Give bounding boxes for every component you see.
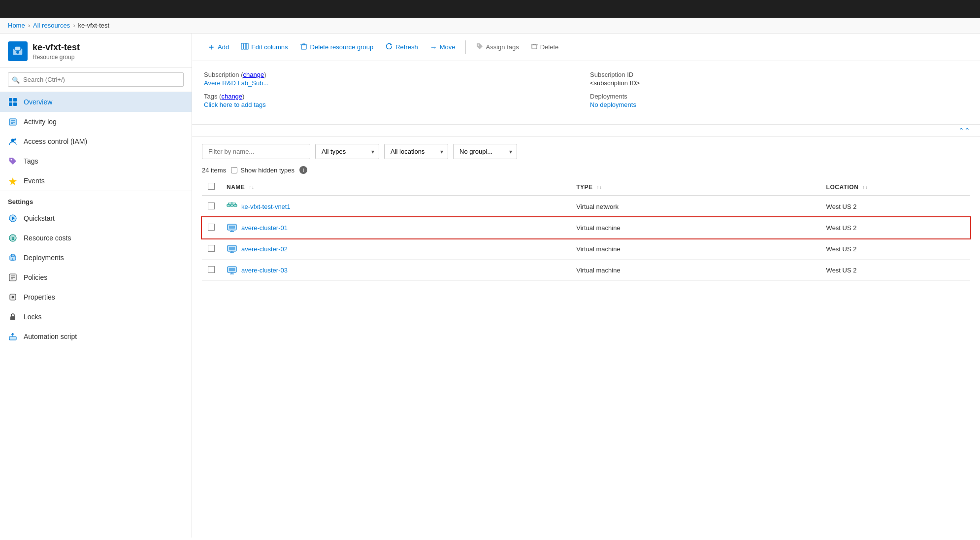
sidebar-item-deployments[interactable]: Deployments <box>0 248 192 268</box>
tags-add-link[interactable]: Click here to add tags <box>204 101 266 108</box>
delete-rg-icon <box>300 42 308 52</box>
subscription-id-row: Subscription ID <subscription ID> <box>590 71 968 87</box>
deployments-label: Deployments <box>590 93 968 100</box>
type-filter-wrap: All types <box>315 144 379 159</box>
hidden-types-info-badge[interactable]: i <box>299 166 307 174</box>
sidebar: ke-vfxt-test Resource group 🔍 Overview <box>0 34 192 538</box>
chevron-up-icon: ⌃⌃ <box>958 127 970 135</box>
search-input[interactable] <box>8 72 184 87</box>
sidebar-item-policies[interactable]: Policies <box>0 268 192 287</box>
resource-name-link[interactable]: avere-cluster-02 <box>227 243 564 254</box>
search-icon: 🔍 <box>12 76 20 83</box>
subscription-change-link[interactable]: change <box>243 71 264 78</box>
svg-rect-30 <box>9 337 16 340</box>
filter-name-input[interactable] <box>202 144 310 159</box>
collapse-panel-button[interactable]: ⌃⌃ <box>192 125 980 137</box>
svg-rect-29 <box>10 316 15 320</box>
row-checkbox-cell <box>202 260 221 281</box>
table-row: avere-cluster-01 Virtual machine West US… <box>202 217 970 238</box>
toolbar: ＋ Add Edit columns Delete resource group <box>192 34 980 61</box>
edit-columns-button[interactable]: Edit columns <box>236 39 293 55</box>
assign-tags-button[interactable]: Assign tags <box>471 39 524 55</box>
show-hidden-checkbox[interactable] <box>231 167 237 173</box>
location-filter-select[interactable]: All locations <box>384 144 448 159</box>
sidebar-item-access-control[interactable]: Access control (IAM) <box>0 132 192 151</box>
subscription-value-link[interactable]: Avere R&D Lab_Sub... <box>204 79 268 87</box>
row-name-cell: avere-cluster-01 <box>221 217 570 238</box>
row-checkbox[interactable] <box>208 266 215 273</box>
tags-change-link[interactable]: change <box>221 93 242 100</box>
overview-icon <box>8 97 18 107</box>
row-type-cell: Virtual machine <box>570 217 820 238</box>
edit-columns-label: Edit columns <box>251 43 288 51</box>
activity-log-icon <box>8 117 18 127</box>
svg-rect-52 <box>229 268 235 271</box>
resource-name-link[interactable]: avere-cluster-03 <box>227 265 564 275</box>
sidebar-item-events[interactable]: Events <box>0 171 192 191</box>
row-checkbox[interactable] <box>208 224 215 231</box>
sidebar-item-automation-script[interactable]: Automation script <box>0 327 192 346</box>
resource-name-text: avere-cluster-03 <box>241 267 288 274</box>
search-wrap: 🔍 <box>8 72 184 87</box>
sidebar-item-activity-log[interactable]: Activity log <box>0 112 192 132</box>
assign-tags-icon <box>476 42 484 52</box>
sidebar-item-quickstart[interactable]: Quickstart <box>0 208 192 228</box>
filter-bar: All types All locations No groupi... <box>192 137 980 163</box>
col-header-type: TYPE ↑↓ <box>570 179 820 196</box>
row-type-cell: Virtual machine <box>570 238 820 260</box>
resource-name-link[interactable]: ke-vfxt-test-vnet1 <box>227 201 564 212</box>
row-checkbox[interactable] <box>208 245 215 252</box>
sidebar-item-overview[interactable]: Overview <box>0 92 192 112</box>
sidebar-item-iam-label: Access control (IAM) <box>24 137 87 145</box>
breadcrumb-all-resources[interactable]: All resources <box>33 22 70 29</box>
resource-type-icon <box>227 222 237 233</box>
svg-point-12 <box>14 138 16 140</box>
properties-icon <box>8 292 18 302</box>
resource-name-text: avere-cluster-02 <box>241 245 288 253</box>
sidebar-item-overview-label: Overview <box>24 98 52 106</box>
svg-rect-37 <box>532 45 537 49</box>
svg-rect-34 <box>301 45 306 49</box>
svg-rect-5 <box>9 102 12 106</box>
sidebar-item-properties[interactable]: Properties <box>0 287 192 307</box>
sidebar-item-locks[interactable]: Locks <box>0 307 192 327</box>
table-header-row: NAME ↑↓ TYPE ↑↓ LOCATION ↑↓ <box>202 179 970 196</box>
breadcrumb: Home › All resources › ke-vfxt-test <box>0 18 980 34</box>
tags-icon <box>8 156 18 166</box>
grouping-filter-select[interactable]: No groupi... <box>453 144 517 159</box>
refresh-button[interactable]: Refresh <box>380 39 423 55</box>
move-button[interactable]: → Move <box>425 40 460 54</box>
main-layout: ke-vfxt-test Resource group 🔍 Overview <box>0 34 980 538</box>
sidebar-item-properties-label: Properties <box>24 293 55 301</box>
type-sort-icon[interactable]: ↑↓ <box>596 185 602 190</box>
svg-rect-1 <box>15 46 21 50</box>
delete-button[interactable]: Delete <box>526 40 564 54</box>
move-icon: → <box>430 43 437 51</box>
row-location-cell: West US 2 <box>820 217 970 238</box>
breadcrumb-current: ke-vfxt-test <box>78 22 110 29</box>
main-content: ＋ Add Edit columns Delete resource group <box>192 34 980 538</box>
select-all-checkbox[interactable] <box>208 183 215 190</box>
delete-rg-button[interactable]: Delete resource group <box>295 39 379 55</box>
sidebar-item-tags[interactable]: Tags <box>0 151 192 171</box>
resource-name-link[interactable]: avere-cluster-01 <box>227 222 564 233</box>
name-sort-icon[interactable]: ↑↓ <box>249 185 254 190</box>
row-checkbox[interactable] <box>208 202 215 209</box>
row-location-cell: West US 2 <box>820 196 970 217</box>
row-location-cell: West US 2 <box>820 260 970 281</box>
grouping-filter-wrap: No groupi... <box>453 144 517 159</box>
add-button[interactable]: ＋ Add <box>202 38 234 56</box>
svg-rect-41 <box>234 204 237 206</box>
top-bar <box>0 0 980 18</box>
location-sort-icon[interactable]: ↑↓ <box>862 185 868 190</box>
resource-type-icon <box>227 201 237 212</box>
svg-rect-31 <box>241 43 243 49</box>
type-filter-select[interactable]: All types <box>315 144 379 159</box>
show-hidden-label[interactable]: Show hidden types <box>231 167 294 174</box>
sidebar-item-resource-costs[interactable]: $ Resource costs <box>0 228 192 248</box>
col-header-check <box>202 179 221 196</box>
col-location-label: LOCATION <box>826 184 859 191</box>
breadcrumb-home[interactable]: Home <box>8 22 25 29</box>
svg-text:$: $ <box>11 236 14 241</box>
deployments-link[interactable]: No deployments <box>590 101 636 108</box>
